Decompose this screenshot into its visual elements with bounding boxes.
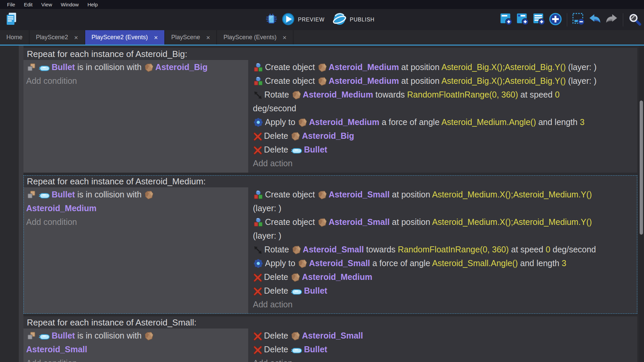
text-run: at speed (518, 90, 555, 99)
text-run: Bullet (52, 62, 75, 72)
text-run: Asteroid_Big (302, 131, 354, 140)
add-action-button[interactable]: Add action (253, 157, 635, 170)
add-event-button[interactable] (499, 13, 513, 26)
add-action-button[interactable]: Add action (253, 356, 635, 362)
bullet-icon (291, 147, 302, 155)
text-run: Rotate (264, 245, 291, 254)
asteroid-icon (144, 63, 154, 72)
tab-close-icon[interactable]: × (74, 34, 78, 41)
event-block[interactable]: Repeat for each instance of Asteroid_Med… (23, 175, 637, 314)
delete-icon (253, 273, 262, 282)
tab-close-icon[interactable]: × (154, 34, 158, 41)
tab-playscene2-events[interactable]: PlayScene2 (Events)× (85, 30, 165, 45)
action-row[interactable]: Create object Asteroid_Medium at positio… (253, 74, 635, 88)
force-icon (253, 117, 263, 127)
add-sub-event-button[interactable] (516, 13, 529, 26)
gdevelop-window: { "menu": {"items": ["File", "Edit", "Vi… (0, 0, 644, 362)
choose-add-event-button[interactable] (549, 13, 562, 26)
menu-bar: FileEditViewWindowHelp (0, 0, 644, 9)
add-condition-button[interactable]: Add condition (26, 215, 246, 229)
text-run: Delete (264, 131, 290, 140)
tab-playscene2[interactable]: PlayScene2× (30, 30, 85, 45)
add-event-icon (500, 13, 513, 27)
publish-button[interactable]: PUBLISH (333, 12, 379, 27)
redo-icon (605, 12, 618, 27)
action-row[interactable]: Create object Asteroid_Small at position… (253, 215, 635, 243)
event-block[interactable]: Repeat for each instance of Asteroid_Sma… (23, 316, 637, 362)
action-row[interactable]: Delete Asteroid_Medium (253, 270, 635, 284)
tab-label: PlayScene2 (Events) (92, 34, 148, 41)
add-comment-button[interactable] (532, 13, 546, 26)
text-run: Asteroid_Medium (26, 203, 97, 213)
action-row[interactable]: Apply to Asteroid_Small a force of angle… (253, 256, 635, 270)
text-run: Bullet (304, 286, 327, 295)
asteroid-icon (318, 190, 327, 200)
text-run: Delete (264, 345, 290, 354)
collision-icon (26, 331, 37, 341)
search-button[interactable] (628, 13, 641, 26)
asteroid-icon (144, 331, 154, 341)
event-header[interactable]: Repeat for each instance of Asteroid_Med… (23, 175, 637, 187)
action-row[interactable]: Delete Bullet (253, 143, 635, 157)
publish-label: PUBLISH (350, 17, 375, 23)
menu-view[interactable]: View (37, 0, 56, 9)
menu-help[interactable]: Help (83, 0, 102, 9)
add-condition-button[interactable]: Add condition (26, 74, 246, 88)
action-row[interactable]: Delete Bullet (253, 343, 635, 356)
remove-event-button[interactable] (572, 13, 585, 26)
action-row[interactable]: Delete Asteroid_Small (253, 329, 635, 343)
asteroid-icon (291, 273, 300, 282)
text-run: at position (390, 217, 432, 227)
vertical-scrollbar (639, 46, 644, 362)
action-row[interactable]: Rotate Asteroid_Small towards RandomFloa… (253, 243, 635, 256)
text-run: Asteroid_Small (329, 217, 390, 227)
action-row[interactable]: Apply to Asteroid_Medium a force of angl… (253, 115, 635, 129)
text-run: at speed (509, 245, 546, 254)
scrollbar-thumb[interactable] (640, 101, 643, 235)
menu-file[interactable]: File (3, 0, 19, 9)
tab-home[interactable]: Home (0, 30, 30, 45)
debug-button[interactable] (265, 13, 278, 26)
condition-row[interactable]: Bullet is in collision with Asteroid_Big (26, 60, 246, 74)
menu-window[interactable]: Window (56, 0, 83, 9)
preview-label: PREVIEW (298, 17, 324, 23)
text-run: Create object (265, 190, 317, 199)
tab-playscene[interactable]: PlayScene× (165, 30, 217, 45)
add-comment-icon (533, 13, 545, 27)
text-run: is in collision with (75, 190, 144, 199)
tab-playscene-events[interactable]: PlayScene (Events)× (217, 30, 293, 45)
create-icon (253, 76, 263, 86)
text-run: deg/second (253, 104, 296, 113)
text-run: at position (399, 76, 441, 85)
text-run: Bullet (304, 345, 327, 354)
undo-button[interactable] (588, 13, 602, 26)
event-block[interactable]: Repeat for each instance of Asteroid_Big… (23, 48, 637, 173)
actions-column: Delete Asteroid_SmallDelete BulletAdd ac… (248, 328, 637, 362)
condition-row[interactable]: Bullet is in collision with Asteroid_Sma… (26, 329, 246, 356)
tab-close-icon[interactable]: × (282, 34, 286, 41)
text-run: Bullet (52, 190, 75, 199)
add-action-button[interactable]: Add action (253, 298, 635, 311)
action-row[interactable]: Delete Bullet (253, 284, 635, 298)
text-run: (layer: ) (566, 62, 597, 72)
projects-list-button[interactable] (3, 11, 19, 27)
action-row[interactable]: Delete Asteroid_Big (253, 129, 635, 143)
text-run: and length (536, 117, 580, 127)
action-row[interactable]: Create object Asteroid_Medium at positio… (253, 60, 635, 74)
redo-button[interactable] (605, 13, 618, 26)
tab-close-icon[interactable]: × (206, 34, 210, 41)
rotate-icon (253, 245, 263, 255)
text-run: Apply to (265, 117, 298, 127)
event-header[interactable]: Repeat for each instance of Asteroid_Big… (23, 48, 637, 60)
toolbar-separator (623, 13, 623, 26)
action-row[interactable]: Create object Asteroid_Small at position… (253, 188, 635, 215)
text-run: Create object (265, 62, 317, 72)
menu-edit[interactable]: Edit (19, 0, 37, 9)
add-condition-button[interactable]: Add condition (26, 356, 246, 362)
condition-row[interactable]: Bullet is in collision with Asteroid_Med… (26, 188, 246, 215)
text-run: is in collision with (75, 331, 144, 340)
action-row[interactable]: Rotate Asteroid_Medium towards RandomFlo… (253, 88, 635, 115)
event-header[interactable]: Repeat for each instance of Asteroid_Sma… (23, 316, 637, 328)
preview-button[interactable]: PREVIEW (281, 12, 329, 27)
text-run: and length (518, 258, 562, 268)
